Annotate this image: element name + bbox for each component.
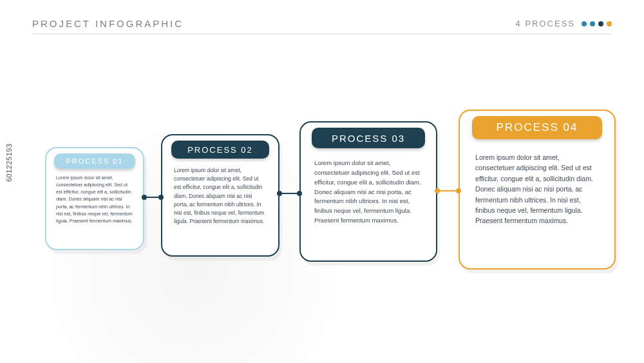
process-body-2: Lorem ipsum dolor sit amet, consectetuer… (174, 166, 267, 226)
slide: 601225193 PROJECT INFOGRAPHIC 4 PROCESS … (0, 0, 644, 363)
connector-dot-1-1 (142, 195, 147, 200)
process-card-4: PROCESS 04Lorem ipsum dolor sit amet, co… (459, 110, 616, 270)
process-badge-4: PROCESS 04 (472, 116, 602, 139)
connector-dot-2-1 (277, 191, 282, 196)
connector-dot-2-2 (297, 191, 302, 196)
connector-dot-3-2 (456, 188, 461, 193)
process-badge-3: PROCESS 03 (312, 128, 425, 148)
cards-layer: PROCESS 01Lorem ipsum dolor sit amet, co… (0, 0, 644, 363)
process-card-1: PROCESS 01Lorem ipsum dolor sit amet, co… (45, 147, 144, 250)
process-body-1: Lorem ipsum dolor sit amet, consectetuer… (56, 174, 133, 224)
process-body-4: Lorem ipsum dolor sit amet, consectetuer… (475, 152, 599, 226)
process-badge-1: PROCESS 01 (54, 153, 135, 169)
process-body-3: Lorem ipsum dolor sit amet, consectetuer… (314, 159, 422, 226)
connector-dot-3-1 (435, 188, 440, 193)
process-card-3: PROCESS 03Lorem ipsum dolor sit amet, co… (299, 121, 437, 262)
process-card-2: PROCESS 02Lorem ipsum dolor sit amet, co… (161, 134, 279, 257)
connector-dot-1-2 (158, 195, 164, 200)
process-badge-2: PROCESS 02 (171, 141, 269, 159)
